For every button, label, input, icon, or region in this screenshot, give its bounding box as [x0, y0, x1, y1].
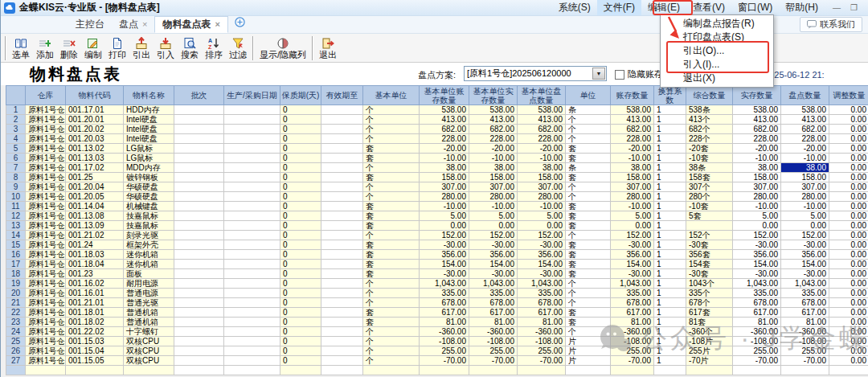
- table-cell[interactable]: [174, 308, 224, 318]
- table-cell[interactable]: -20.00: [733, 144, 781, 154]
- table-cell[interactable]: 套: [566, 308, 611, 318]
- table-cell[interactable]: 1: [654, 269, 686, 279]
- table-cell[interactable]: 538条: [686, 105, 733, 115]
- toolbar-button-search[interactable]: 搜索: [178, 36, 202, 60]
- table-cell[interactable]: 158.00: [420, 173, 469, 182]
- table-cell[interactable]: 1: [654, 289, 686, 298]
- table-cell[interactable]: 678.00: [420, 298, 469, 308]
- table-cell[interactable]: 5.00: [781, 211, 829, 221]
- table-cell[interactable]: 原料1号仓: [26, 182, 66, 192]
- table-cell[interactable]: -10.00: [611, 202, 654, 211]
- table-cell[interactable]: 1: [654, 202, 686, 211]
- table-cell[interactable]: 356.00: [781, 250, 829, 260]
- table-cell[interactable]: [174, 269, 224, 279]
- table-cell[interactable]: 个: [363, 356, 420, 366]
- table-cell[interactable]: -20套: [686, 144, 733, 154]
- table-cell[interactable]: 0.00: [829, 231, 868, 240]
- table-cell[interactable]: [224, 115, 280, 125]
- table-cell[interactable]: 152.00: [781, 231, 829, 240]
- table-cell[interactable]: [224, 318, 280, 327]
- table-cell[interactable]: [174, 260, 224, 269]
- table-cell[interactable]: [174, 144, 224, 154]
- table-cell[interactable]: 280.00: [469, 192, 518, 202]
- table-cell[interactable]: 280.00: [420, 192, 469, 202]
- table-cell[interactable]: 001.23: [66, 269, 124, 279]
- table-cell[interactable]: 1: [654, 327, 686, 337]
- table-cell[interactable]: 152.00: [420, 231, 469, 240]
- table-cell[interactable]: [321, 154, 363, 163]
- table-cell[interactable]: 0: [280, 308, 321, 318]
- table-cell[interactable]: Intel硬盘: [124, 115, 174, 125]
- table-cell[interactable]: 335.00: [518, 289, 566, 298]
- table-cell[interactable]: 001.13.09: [66, 221, 124, 231]
- table-cell[interactable]: [174, 366, 224, 375]
- table-cell[interactable]: -10.00: [469, 202, 518, 211]
- table-cell[interactable]: [174, 327, 224, 337]
- table-cell[interactable]: 001.22.02: [66, 327, 124, 337]
- table-cell[interactable]: 678个: [686, 298, 733, 308]
- table-cell[interactable]: 迷你机箱: [124, 260, 174, 269]
- table-cell[interactable]: 538.00: [518, 105, 566, 115]
- table-cell[interactable]: [224, 154, 280, 163]
- table-cell[interactable]: 原料1号仓: [26, 192, 66, 202]
- table-cell[interactable]: 个: [363, 298, 420, 308]
- table-cell[interactable]: 0.00: [420, 221, 469, 231]
- row-number[interactable]: 3: [6, 125, 26, 134]
- table-cell[interactable]: [321, 260, 363, 269]
- table-cell[interactable]: [781, 366, 829, 375]
- table-cell[interactable]: Intel硬盘: [124, 134, 174, 144]
- table-cell[interactable]: [321, 356, 363, 366]
- table-cell[interactable]: 001.18.04: [66, 260, 124, 269]
- table-cell[interactable]: -360.00: [611, 327, 654, 337]
- row-number[interactable]: 16: [6, 250, 26, 260]
- table-cell[interactable]: 普通电源: [124, 289, 174, 298]
- table-cell[interactable]: [321, 240, 363, 250]
- row-number[interactable]: 14: [6, 231, 26, 240]
- table-cell[interactable]: 228.00: [781, 134, 829, 144]
- table-cell[interactable]: 1,043.00: [611, 279, 654, 289]
- table-cell[interactable]: [224, 298, 280, 308]
- column-header-3[interactable]: 物料名称: [124, 86, 174, 105]
- table-cell[interactable]: 5.00: [611, 211, 654, 221]
- table-cell[interactable]: [174, 192, 224, 202]
- file-menu-item-4[interactable]: 引入(I)...: [661, 58, 773, 72]
- table-cell[interactable]: 原料1号仓: [26, 279, 66, 289]
- table-cell[interactable]: 0.00: [829, 308, 868, 318]
- table-cell[interactable]: 个: [363, 279, 420, 289]
- table-cell[interactable]: [321, 279, 363, 289]
- table-cell[interactable]: 个: [566, 115, 611, 125]
- table-cell[interactable]: 0.00: [829, 202, 868, 211]
- table-cell[interactable]: [321, 346, 363, 356]
- table-cell[interactable]: 1: [654, 182, 686, 192]
- table-cell[interactable]: [321, 318, 363, 327]
- table-cell[interactable]: 0.00: [829, 346, 868, 356]
- file-menu-item-3[interactable]: 引出(O)...: [661, 44, 773, 58]
- table-cell[interactable]: 158套: [686, 173, 733, 182]
- table-cell[interactable]: 0: [280, 211, 321, 221]
- table-cell[interactable]: 0.00: [829, 144, 868, 154]
- table-cell[interactable]: [321, 231, 363, 240]
- table-cell[interactable]: 1: [654, 250, 686, 260]
- table-cell[interactable]: 1: [654, 356, 686, 366]
- row-number[interactable]: 9: [6, 182, 26, 192]
- table-cell[interactable]: [224, 125, 280, 134]
- table-cell[interactable]: [686, 221, 733, 231]
- table-cell[interactable]: 普通机箱: [124, 308, 174, 318]
- table-cell[interactable]: 技嘉鼠标: [124, 221, 174, 231]
- minimize-icon[interactable]: —: [833, 3, 841, 12]
- row-number[interactable]: 17: [6, 260, 26, 269]
- table-cell[interactable]: -10套: [686, 154, 733, 163]
- table-cell[interactable]: 0.00: [829, 173, 868, 182]
- table-cell[interactable]: 617.00: [518, 308, 566, 318]
- table-cell[interactable]: 38.00: [781, 163, 829, 173]
- table-cell[interactable]: 001.20.03: [66, 134, 124, 144]
- table-cell[interactable]: 001.20.05: [66, 192, 124, 202]
- contact-us-button[interactable]: 联系我们: [800, 17, 862, 32]
- table-cell[interactable]: [224, 134, 280, 144]
- table-cell[interactable]: 38.00: [733, 163, 781, 173]
- tab-1[interactable]: 主控台: [68, 16, 112, 33]
- table-cell[interactable]: 套: [363, 318, 420, 327]
- table-cell[interactable]: 原料1号仓: [26, 231, 66, 240]
- new-tab-icon[interactable]: [235, 16, 245, 31]
- table-cell[interactable]: [174, 337, 224, 346]
